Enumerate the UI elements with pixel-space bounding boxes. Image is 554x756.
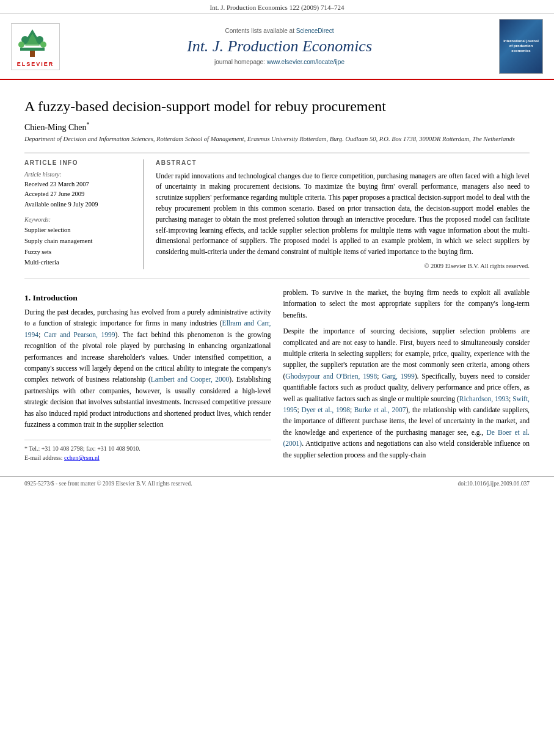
body-left-col: 1. Introduction During the past decades,… xyxy=(24,287,271,465)
author-name-text: Chien-Ming Chen xyxy=(24,123,87,132)
article-info-col: ARTICLE INFO Article history: Received 2… xyxy=(24,159,144,270)
svg-point-7 xyxy=(40,42,46,48)
journal-citation: Int. J. Production Economics 122 (2009) … xyxy=(0,0,554,14)
history-label: Article history: xyxy=(24,171,134,178)
footnote-email: E-mail address: cchen@rsm.nl xyxy=(24,453,271,462)
body-para-3: Despite the importance of sourcing decis… xyxy=(283,325,530,460)
keyword-1: Supplier selection xyxy=(24,225,134,236)
author-sup: * xyxy=(87,121,90,128)
article-info-abstract: ARTICLE INFO Article history: Received 2… xyxy=(24,153,530,270)
footer-bar: 0925-5273/$ - see front matter © 2009 El… xyxy=(0,476,554,490)
body-para-1: During the past decades, purchasing has … xyxy=(24,307,271,430)
homepage-label: journal homepage: xyxy=(214,59,265,65)
svg-rect-3 xyxy=(30,51,35,57)
copyright-line: © 2009 Elsevier B.V. All rights reserved… xyxy=(156,263,530,269)
body-right-col: problem. To survive in the market, the b… xyxy=(283,287,530,465)
section-divider xyxy=(24,278,530,278)
footer-issn: 0925-5273/$ - see front matter © 2009 El… xyxy=(24,481,192,487)
email-link[interactable]: cchen@rsm.nl xyxy=(64,454,100,461)
section1-heading: 1. Introduction xyxy=(24,293,271,303)
abstract-label: ABSTRACT xyxy=(156,159,530,166)
sciencedirect-label: Contents lists available at xyxy=(225,27,294,34)
body-content: 1. Introduction During the past decades,… xyxy=(24,287,530,465)
accepted-date: Accepted 27 June 2009 xyxy=(24,189,134,200)
footnote-star: * Tel.: +31 10 408 2798; fax: +31 10 408… xyxy=(24,444,271,453)
article-title: A fuzzy-based decision-support model for… xyxy=(24,97,530,116)
journal-homepage: journal homepage: www.elsevier.com/locat… xyxy=(66,59,493,65)
available-date: Available online 9 July 2009 xyxy=(24,200,134,210)
email-label: E-mail address: xyxy=(24,454,62,461)
section-title: Introduction xyxy=(33,293,78,302)
keyword-2: Supply chain management xyxy=(24,236,134,247)
article-info-label: ARTICLE INFO xyxy=(24,159,134,166)
elsevier-wordmark: ELSEVIER xyxy=(14,61,57,67)
content-wrapper: A fuzzy-based decision-support model for… xyxy=(0,80,554,471)
ref-garg[interactable]: Garg, 1999 xyxy=(382,373,415,380)
homepage-link[interactable]: www.elsevier.com/locate/ijpe xyxy=(267,59,344,65)
keyword-4: Multi-criteria xyxy=(24,257,134,268)
ref-carr[interactable]: Carr and Pearson, 1999 xyxy=(44,331,115,338)
footnote-area: * Tel.: +31 10 408 2798; fax: +31 10 408… xyxy=(24,440,271,462)
ref-lambert[interactable]: Lambert and Cooper, 2000 xyxy=(151,376,230,383)
elsevier-tree-icon xyxy=(14,26,51,60)
author-name: Chien-Ming Chen* xyxy=(24,121,530,133)
thumb-title-text: international journal of production econ… xyxy=(502,39,540,53)
header-center: Contents lists available at ScienceDirec… xyxy=(66,27,493,65)
sciencedirect-line: Contents lists available at ScienceDirec… xyxy=(66,27,493,34)
body-para-2: problem. To survive in the market, the b… xyxy=(283,287,530,321)
ref-dyer[interactable]: Dyer et al., 1998 xyxy=(301,406,350,413)
ref-ghodsypour[interactable]: Ghodsypour and O'Brien, 1998 xyxy=(285,373,377,380)
journal-header: ELSEVIER Contents lists available at Sci… xyxy=(0,14,554,80)
journal-title: Int. J. Production Economics xyxy=(66,37,493,56)
sciencedirect-link[interactable]: ScienceDirect xyxy=(296,27,334,34)
keyword-3: Fuzzy sets xyxy=(24,247,134,258)
article-history: Article history: Received 23 March 2007 … xyxy=(24,171,134,210)
abstract-col: ABSTRACT Under rapid innovations and tec… xyxy=(156,159,530,270)
keywords-label: Keywords: xyxy=(24,216,134,223)
journal-thumbnail: international journal of production econ… xyxy=(499,19,543,74)
ref-richardson[interactable]: Richardson, 1993 xyxy=(459,395,509,402)
elsevier-logo: ELSEVIER xyxy=(11,23,60,70)
citation-text: Int. J. Production Economics 122 (2009) … xyxy=(210,4,344,11)
affiliation: Department of Decision and Information S… xyxy=(24,135,530,144)
section-number: 1. xyxy=(24,293,31,302)
ref-deboer[interactable]: De Boer et al. (2001) xyxy=(283,429,530,447)
ref-burke[interactable]: Burke et al., 2007 xyxy=(354,406,406,413)
received-date: Received 23 March 2007 xyxy=(24,180,134,190)
keywords-section: Keywords: Supplier selection Supply chai… xyxy=(24,216,134,268)
footer-doi: doi:10.1016/j.ijpe.2009.06.037 xyxy=(458,481,530,487)
abstract-text: Under rapid innovations and technologica… xyxy=(156,171,530,258)
svg-point-6 xyxy=(18,42,24,48)
svg-rect-0 xyxy=(20,48,45,51)
